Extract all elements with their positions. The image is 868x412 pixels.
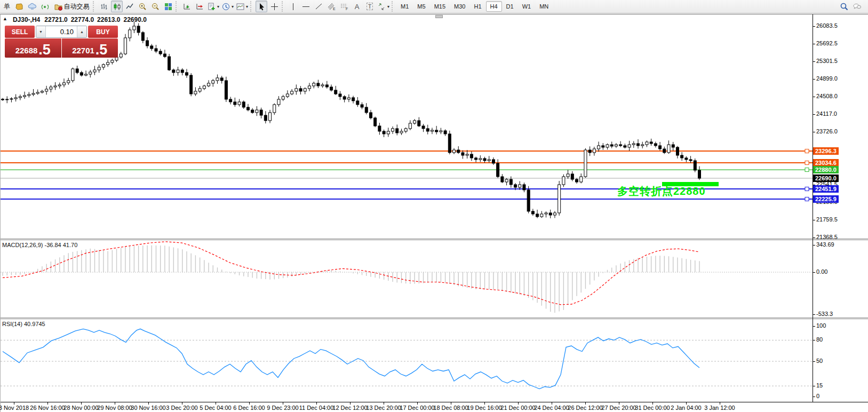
main-toolbar: 单 自动交易 bbox=[0, 0, 868, 13]
chart-shift-button[interactable] bbox=[194, 1, 205, 12]
signals-button[interactable] bbox=[39, 1, 51, 12]
price-tick-label: 23726.0 bbox=[816, 128, 838, 134]
level-line-handle[interactable] bbox=[805, 161, 809, 165]
bull-candle bbox=[216, 78, 219, 81]
autotrading-button[interactable]: 自动交易 bbox=[52, 1, 91, 12]
main-price-chart[interactable] bbox=[1, 14, 813, 239]
bull-candle bbox=[67, 81, 70, 83]
timeframe-button-h4[interactable]: H4 bbox=[486, 1, 502, 12]
bear-candle bbox=[694, 161, 696, 170]
bar-chart-button[interactable] bbox=[98, 1, 110, 12]
level-price-label: 23034.6 bbox=[813, 159, 839, 167]
ohlc-close: 22690.0 bbox=[123, 16, 146, 23]
autotrading-icon bbox=[54, 2, 63, 11]
bull-candle bbox=[286, 94, 289, 97]
timeframe-button-m1[interactable]: M1 bbox=[396, 1, 413, 12]
bull-candle bbox=[129, 30, 131, 38]
collapse-arrow-icon[interactable]: ▲ bbox=[3, 16, 7, 23]
time-axis[interactable]: 3 Nov 201826 Nov 16:0028 Nov 00:0029 Nov… bbox=[1, 402, 868, 412]
search-button[interactable] bbox=[838, 1, 850, 12]
chat-button[interactable] bbox=[851, 1, 863, 12]
periods-dropdown-caret[interactable]: ▾ bbox=[232, 4, 234, 9]
sell-price-box[interactable]: 22688 .5 bbox=[5, 38, 62, 58]
sell-price-main: 22688 bbox=[15, 45, 38, 57]
bull-candle bbox=[413, 121, 416, 123]
bull-candle bbox=[453, 150, 456, 153]
bear-candle bbox=[356, 101, 359, 105]
level-line-handle[interactable] bbox=[805, 197, 809, 201]
bear-candle bbox=[624, 146, 626, 147]
data-window-button[interactable] bbox=[26, 1, 38, 12]
trendline-button[interactable] bbox=[313, 1, 324, 12]
bull-candle bbox=[98, 67, 100, 70]
chart-annotation-text[interactable]: 多空转折点22880 bbox=[617, 184, 706, 199]
text-label-button[interactable]: T bbox=[364, 1, 376, 12]
bull-candle bbox=[28, 94, 30, 96]
buy-button[interactable]: BUY bbox=[88, 26, 118, 38]
auto-scroll-button[interactable] bbox=[181, 1, 193, 12]
bull-candle bbox=[238, 102, 241, 105]
toolbar-separator bbox=[392, 1, 395, 12]
bear-candle bbox=[172, 70, 175, 73]
vertical-line-button[interactable] bbox=[287, 1, 299, 12]
bull-candle bbox=[505, 179, 508, 182]
timeframe-button-d1[interactable]: D1 bbox=[502, 1, 518, 12]
arrows-dropdown-caret[interactable]: ▾ bbox=[387, 4, 389, 9]
tile-windows-button[interactable] bbox=[162, 1, 174, 12]
volume-increase-button[interactable]: ▲ bbox=[77, 26, 86, 37]
macd-indicator-chart[interactable] bbox=[1, 240, 813, 318]
tile-windows-icon bbox=[164, 2, 173, 11]
timeframe-button-m30[interactable]: M30 bbox=[450, 1, 469, 12]
zoom-out-button[interactable] bbox=[149, 1, 161, 12]
time-axis-label: 21 Dec 00:00 bbox=[500, 405, 535, 411]
timeframe-button-w1[interactable]: W1 bbox=[518, 1, 536, 12]
zoom-in-button[interactable] bbox=[137, 1, 148, 12]
bull-candle bbox=[19, 97, 21, 98]
sell-button[interactable]: SELL bbox=[5, 26, 35, 38]
templates-dropdown-caret[interactable]: ▾ bbox=[246, 4, 248, 9]
horizontal-line-button[interactable] bbox=[300, 1, 312, 12]
bull-candle bbox=[58, 85, 61, 86]
time-axis-label: 2 Jan 04:00 bbox=[671, 405, 702, 411]
fibonacci-button[interactable]: F bbox=[338, 1, 350, 12]
bull-candle bbox=[628, 145, 631, 147]
bear-candle bbox=[637, 144, 640, 146]
indicators-button[interactable]: ▾ bbox=[206, 1, 220, 12]
bear-candle bbox=[146, 41, 149, 46]
volume-value[interactable]: 0.10 bbox=[46, 26, 77, 37]
bull-candle bbox=[71, 69, 74, 81]
buy-price-box[interactable]: 22701 .5 bbox=[62, 38, 118, 58]
rsi-tick-label-tickmark bbox=[813, 340, 815, 340]
arrows-button[interactable]: ▾ bbox=[377, 1, 390, 12]
indicators-dropdown-caret[interactable]: ▾ bbox=[217, 4, 219, 9]
templates-button[interactable]: ▾ bbox=[235, 1, 249, 12]
rsi-indicator-chart[interactable] bbox=[1, 319, 813, 402]
bear-candle bbox=[260, 110, 262, 115]
rsi-tick-label: 15 bbox=[816, 382, 823, 389]
bull-candle bbox=[120, 54, 122, 57]
line-chart-button[interactable] bbox=[124, 1, 136, 12]
text-button[interactable]: A bbox=[351, 1, 363, 12]
market-watch-button[interactable] bbox=[13, 1, 25, 12]
timeframe-button-h1[interactable]: H1 bbox=[469, 1, 485, 12]
level-line-handle[interactable] bbox=[805, 149, 809, 153]
cursor-button[interactable] bbox=[256, 1, 267, 12]
bear-candle bbox=[602, 146, 604, 147]
timeframe-button-mn[interactable]: MN bbox=[535, 1, 553, 12]
timeframe-button-m15[interactable]: M15 bbox=[430, 1, 450, 12]
bull-candle bbox=[615, 145, 617, 146]
level-line-handle[interactable] bbox=[805, 187, 809, 191]
level-line-handle[interactable] bbox=[805, 168, 809, 172]
bear-candle bbox=[470, 154, 473, 158]
macd-tick-label-tickmark bbox=[813, 245, 815, 245]
bar-chart-icon bbox=[100, 2, 109, 11]
chart-title: ▲ DJ30-,H4 22721.0 22774.0 22613.0 22690… bbox=[3, 16, 147, 23]
equidistant-channel-button[interactable]: E bbox=[325, 1, 337, 12]
periods-button[interactable]: ▾ bbox=[221, 1, 234, 12]
timeframe-button-m5[interactable]: M5 bbox=[413, 1, 429, 12]
price-axis[interactable]: 26083.525692.525301.524899.024508.024117… bbox=[813, 14, 868, 412]
candlestick-chart-button[interactable] bbox=[111, 1, 123, 12]
new-order-button[interactable]: 单 bbox=[1, 1, 12, 12]
crosshair-button[interactable] bbox=[268, 1, 280, 12]
volume-decrease-button[interactable]: ▼ bbox=[36, 26, 46, 37]
